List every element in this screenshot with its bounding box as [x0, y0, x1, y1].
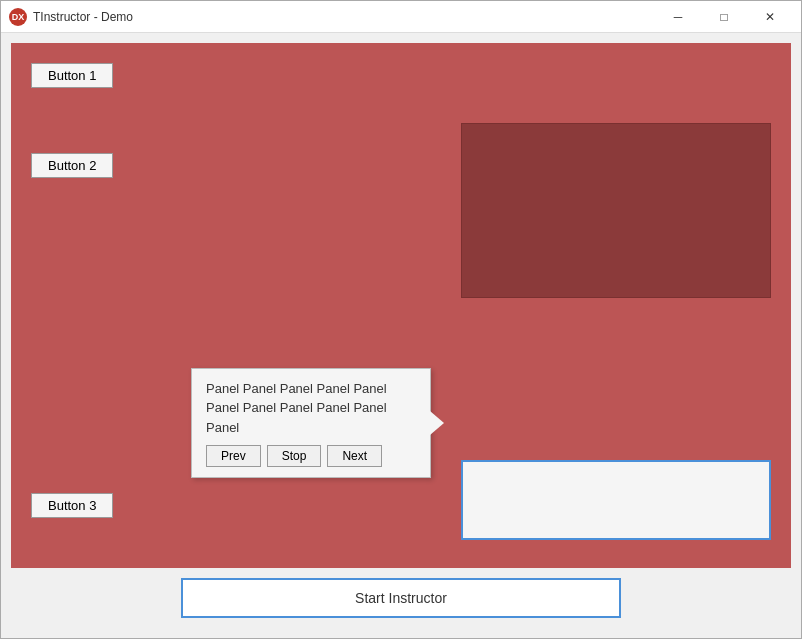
title-bar: DX TInstructor - Demo ─ □ ✕ [1, 1, 801, 33]
close-button[interactable]: ✕ [747, 1, 793, 33]
button-2[interactable]: Button 2 [31, 153, 113, 178]
tooltip-arrow [430, 411, 444, 435]
window-title: TInstructor - Demo [33, 10, 655, 24]
tooltip-buttons: Prev Stop Next [206, 445, 416, 467]
highlight-rectangle [461, 460, 771, 540]
main-panel: Button 1 Button 2 Button 3 Panel Panel P… [11, 43, 791, 568]
app-logo: DX [9, 8, 27, 26]
window-controls: ─ □ ✕ [655, 1, 793, 33]
next-button[interactable]: Next [327, 445, 382, 467]
dark-rectangle [461, 123, 771, 298]
prev-button[interactable]: Prev [206, 445, 261, 467]
start-instructor-button[interactable]: Start Instructor [181, 578, 621, 618]
button-1[interactable]: Button 1 [31, 63, 113, 88]
content-area: Button 1 Button 2 Button 3 Panel Panel P… [1, 33, 801, 638]
minimize-button[interactable]: ─ [655, 1, 701, 33]
tooltip-panel: Panel Panel Panel Panel Panel Panel Pane… [191, 368, 431, 479]
bottom-bar: Start Instructor [11, 568, 791, 628]
stop-button[interactable]: Stop [267, 445, 322, 467]
main-window: DX TInstructor - Demo ─ □ ✕ Button 1 But… [0, 0, 802, 639]
maximize-button[interactable]: □ [701, 1, 747, 33]
button-3[interactable]: Button 3 [31, 493, 113, 518]
tooltip-text: Panel Panel Panel Panel Panel Panel Pane… [206, 379, 416, 438]
